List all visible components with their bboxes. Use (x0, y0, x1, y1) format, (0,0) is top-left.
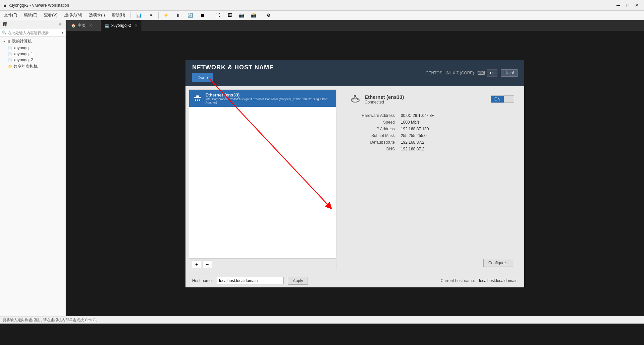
toolbar-sep-2 (210, 12, 210, 19)
tab-vm-icon: 💻 (105, 23, 109, 28)
toolbar-snap2[interactable]: 📷 (236, 11, 247, 20)
network-detail-icon (350, 93, 361, 106)
keyboard-input: ⌨ us (477, 69, 497, 77)
network-detail-header: Ethernet (ens33) Connected ON (350, 93, 514, 106)
vm-icon-1: 📄 (8, 46, 12, 50)
sidebar-group-my-computers[interactable]: ▼ 🖥 我的计算机 (0, 38, 65, 45)
network-toggle[interactable]: ON (491, 95, 514, 103)
sidebar-item-xuyongqi[interactable]: 📄 xuyongqi (0, 45, 65, 51)
centos-body: Ethernet (ens33) Intel Corporation 82545… (185, 86, 524, 274)
sidebar-title: 库 (3, 21, 7, 27)
centos-header: NETWORK & HOST NAME Done CENTOS LINUX 7 … (185, 60, 524, 86)
network-interface-icon (193, 93, 202, 103)
sidebar-tree: ▼ 🖥 我的计算机 📄 xuyongqi 📄 xuyongqi-1 📄 xuyo… (0, 37, 65, 71)
prop-row-dns: DNS 192.168.87.2 (351, 146, 514, 152)
toolbar-pause[interactable]: ⏸ (173, 11, 183, 20)
toolbar-power[interactable]: ⚡ (161, 11, 171, 20)
close-button[interactable]: ✕ (633, 2, 641, 9)
tab-home-close[interactable]: ✕ (89, 23, 92, 28)
menu-tab[interactable]: 选项卡(I) (86, 12, 107, 19)
sidebar-item-label-3: xuyongqi-2 (13, 58, 33, 62)
sidebar-item-label-2: xuyongqi-1 (13, 52, 33, 56)
apply-button[interactable]: Apply (288, 277, 308, 285)
centos-window: NETWORK & HOST NAME Done CENTOS LINUX 7 … (185, 60, 524, 287)
network-detail-panel: Ethernet (ens33) Connected ON (340, 86, 524, 274)
menu-view[interactable]: 查看(V) (41, 12, 60, 19)
help-button[interactable]: Help! (501, 69, 518, 77)
window-controls: ─ □ ✕ (614, 2, 641, 9)
maximize-button[interactable]: □ (623, 2, 632, 9)
network-item-name: Ethernet (ens33) (205, 92, 332, 97)
svg-rect-1 (196, 95, 199, 97)
prop-row-ip: IP Address 192.168.87.130 (351, 126, 514, 132)
search-input[interactable] (8, 31, 62, 35)
sidebar-item-shared-vms[interactable]: 📁 共享的虚拟机 (0, 63, 65, 70)
toolbar-snap3[interactable]: 📸 (248, 11, 259, 20)
svg-rect-3 (199, 99, 200, 101)
sidebar-close-button[interactable]: ✕ (57, 22, 63, 27)
centos-title: NETWORK & HOST NAME (192, 64, 274, 71)
sidebar: 库 ✕ 🔍 ▾ ▼ 🖥 我的计算机 📄 xuyongqi 📄 xuyongqi-… (0, 20, 66, 316)
hostname-label: Host name: (192, 278, 213, 283)
network-list-controls: + − (189, 258, 336, 270)
sidebar-item-label-1: xuyongqi (13, 46, 30, 50)
toolbar-fullscreen[interactable]: ⛶ (212, 11, 223, 20)
tab-vm-close[interactable]: ✕ (135, 23, 138, 28)
sidebar-search[interactable]: 🔍 ▾ (0, 29, 65, 37)
prop-row-gateway: Default Route 192.168.87.2 (351, 139, 514, 145)
tree-expand-icon: ▼ (3, 40, 6, 43)
prop-value-subnet: 255.255.255.0 (398, 133, 514, 139)
network-properties-table: Hardware Address 00:0C:29:16:77:8F Speed… (350, 112, 514, 153)
search-dropdown-icon[interactable]: ▾ (62, 31, 63, 34)
menu-bar: 文件(F) 编辑(E) 查看(V) 虚拟机(M) 选项卡(I) 帮助(H) 📊 … (0, 11, 644, 20)
menu-vm[interactable]: 虚拟机(M) (61, 12, 85, 19)
title-bar-left: 🖥 xuyongqi-2 - VMware Workstation (3, 3, 69, 8)
toolbar-dropdown[interactable]: ▾ (146, 11, 156, 20)
prop-value-speed: 1000 Mb/s (398, 119, 514, 125)
network-item-ens33[interactable]: Ethernet (ens33) Intel Corporation 82545… (189, 90, 336, 107)
tab-home-icon: 🏠 (71, 23, 76, 28)
status-message: 要将输入定向到虚拟机，请在虚拟机内部单击或按 Ctrl+G。 (3, 318, 99, 323)
toolbar-bar-chart[interactable]: 📊 (133, 11, 144, 20)
minimize-button[interactable]: ─ (614, 2, 623, 9)
svg-rect-4 (197, 99, 198, 101)
keyboard-layout-button[interactable]: us (487, 69, 497, 77)
search-icon: 🔍 (2, 30, 7, 35)
sidebar-item-xuyongqi-2[interactable]: 📄 xuyongqi-2 (0, 57, 65, 63)
prop-label-subnet: Subnet Mask (351, 133, 397, 139)
menu-file[interactable]: 文件(F) (1, 12, 20, 19)
toolbar-sep-3 (261, 12, 261, 19)
toolbar-settings[interactable]: ⚙ (263, 11, 274, 20)
prop-label-ip: IP Address (351, 126, 397, 132)
network-detail-name-block: Ethernet (ens33) Connected (365, 94, 404, 105)
tab-xuyongqi-2[interactable]: 💻 xuyongqi-2 ✕ (101, 20, 142, 31)
hostname-input[interactable] (217, 277, 284, 284)
done-button[interactable]: Done (192, 73, 213, 82)
menu-edit[interactable]: 编辑(E) (21, 12, 40, 19)
hostname-row: Host name: Apply Current host name: loca… (185, 274, 524, 287)
add-network-button[interactable]: + (192, 261, 201, 268)
keyboard-icon: ⌨ (477, 70, 485, 76)
remove-network-button[interactable]: − (203, 261, 212, 268)
menu-separator (130, 12, 131, 18)
network-detail-status: Connected (365, 100, 404, 105)
prop-label-hardware: Hardware Address (351, 113, 397, 119)
current-hostname-label: Current host name: (441, 278, 475, 283)
vm-display[interactable]: NETWORK & HOST NAME Done CENTOS LINUX 7 … (66, 31, 644, 316)
vm-icon-2: 📄 (8, 52, 12, 56)
status-bar: 要将输入定向到虚拟机，请在虚拟机内部单击或按 Ctrl+G。 (0, 316, 644, 324)
configure-button[interactable]: Configure... (483, 259, 514, 267)
centos-header-right: CENTOS LINUX 7 (CORE) ⌨ us Help! (426, 69, 518, 77)
tab-home[interactable]: 🏠 主页 ✕ (67, 20, 101, 31)
toolbar-stop[interactable]: ⏹ (197, 11, 208, 20)
title-bar: 🖥 xuyongqi-2 - VMware Workstation ─ □ ✕ (0, 0, 644, 11)
tabs-bar: 🏠 主页 ✕ 💻 xuyongqi-2 ✕ (66, 20, 644, 31)
prop-label-speed: Speed (351, 119, 397, 125)
prop-row-hardware: Hardware Address 00:0C:29:16:77:8F (351, 113, 514, 119)
toolbar-restart[interactable]: 🔄 (185, 11, 196, 20)
shared-vm-icon: 📁 (8, 65, 12, 68)
menu-help[interactable]: 帮助(H) (109, 12, 128, 19)
toolbar-snap1[interactable]: 🖼 (224, 11, 235, 20)
sidebar-item-xuyongqi-1[interactable]: 📄 xuyongqi-1 (0, 51, 65, 57)
network-item-info: Ethernet (ens33) Intel Corporation 82545… (205, 92, 332, 104)
